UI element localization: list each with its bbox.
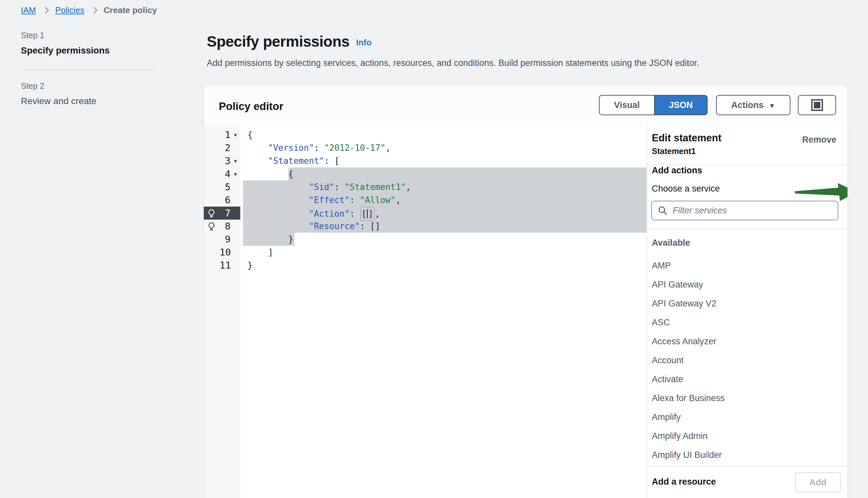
- chevron-right-icon: [91, 7, 97, 14]
- remove-statement-button[interactable]: Remove: [802, 135, 836, 145]
- add-resource-label: Add a resource: [652, 472, 716, 492]
- edit-statement-panel: Edit statement Remove Statement1 Add act…: [647, 126, 847, 498]
- step2-title[interactable]: Review and create: [21, 96, 153, 106]
- code-line[interactable]: 2 "Version": "2012-10-17",: [204, 141, 647, 154]
- add-resource-button[interactable]: Add: [795, 472, 841, 493]
- selection-highlight: [243, 233, 295, 246]
- divider: [647, 165, 847, 165]
- expand-editor-button[interactable]: [798, 95, 836, 115]
- statement-name: Statement1: [652, 146, 696, 156]
- code-line[interactable]: 4▼ {: [204, 167, 647, 181]
- service-filter-box: [651, 201, 838, 220]
- service-item[interactable]: API Gateway V2: [652, 294, 841, 313]
- line-number: 9: [220, 234, 231, 245]
- breadcrumb-link-policies[interactable]: Policies: [55, 5, 84, 15]
- service-list: AMP API Gateway API Gateway V2 ASC Acces…: [652, 256, 841, 464]
- choose-service-label: Choose a service: [652, 184, 720, 194]
- selection-highlight: [243, 194, 647, 207]
- add-actions-heading: Add actions: [652, 166, 702, 175]
- selection-highlight: [243, 181, 647, 194]
- selection-highlight: [288, 167, 647, 181]
- policy-editor-title: Policy editor: [219, 100, 283, 113]
- divider: [647, 466, 847, 466]
- step1-label: Step 1: [21, 31, 153, 40]
- code-line[interactable]: 5 "Sid": "Statement1",: [204, 181, 647, 194]
- text-cursor: [367, 209, 368, 218]
- json-policy-editor[interactable]: 1▼ { 2 "Version": "2012-10-17", 3▼ "Stat…: [204, 126, 647, 498]
- code-line[interactable]: 6 "Effect": "Allow",: [204, 194, 647, 207]
- available-services-heading: Available: [652, 238, 690, 248]
- info-link[interactable]: Info: [356, 38, 372, 50]
- fold-arrow-icon[interactable]: ▼: [231, 158, 240, 164]
- lightbulb-icon[interactable]: [207, 222, 216, 231]
- service-item[interactable]: Alexa for Business: [652, 389, 841, 408]
- service-item[interactable]: Access Analyzer: [652, 332, 841, 351]
- edit-statement-title: Edit statement: [652, 132, 722, 144]
- code-line[interactable]: 11 }: [204, 259, 647, 272]
- line-number: 2: [220, 142, 231, 153]
- actions-dropdown-button[interactable]: Actions ▼: [716, 95, 790, 115]
- fold-arrow-icon[interactable]: ▼: [231, 132, 240, 138]
- bracket-match-box: []: [360, 207, 375, 221]
- line-number: 11: [219, 260, 231, 271]
- service-item[interactable]: Amplify UI Builder: [652, 445, 841, 464]
- code-line[interactable]: 10 ]: [204, 246, 647, 259]
- json-tab-button[interactable]: JSON: [654, 95, 708, 115]
- breadcrumb: IAM Policies Create policy: [21, 5, 157, 15]
- chevron-right-icon: [42, 7, 49, 14]
- step1-title[interactable]: Specify permissions: [21, 45, 153, 56]
- caret-down-icon: ▼: [769, 102, 775, 110]
- wizard-steps-nav: Step 1 Specify permissions Step 2 Review…: [21, 31, 153, 106]
- service-item[interactable]: AMP: [652, 256, 841, 275]
- code-line[interactable]: 9 }: [204, 233, 647, 246]
- actions-label: Actions: [731, 100, 764, 110]
- page-description: Add permissions by selecting services, a…: [207, 58, 699, 68]
- policy-editor-card: Policy editor Visual JSON Actions ▼ 1▼: [203, 84, 848, 498]
- page-title: Specify permissions: [207, 32, 350, 50]
- service-item[interactable]: Account: [652, 351, 841, 370]
- selection-highlight: [243, 220, 647, 233]
- service-item[interactable]: Amplify Admin: [652, 427, 841, 445]
- code-line[interactable]: 1▼ {: [204, 128, 647, 141]
- steps-divider: [21, 69, 153, 70]
- service-item[interactable]: Amplify: [652, 408, 841, 427]
- visual-json-toggle: Visual JSON: [599, 95, 708, 115]
- line-number: 7: [220, 208, 231, 219]
- line-number: 10: [219, 247, 231, 258]
- service-filter-input[interactable]: [672, 205, 832, 216]
- code-line[interactable]: 8 "Resource": []: [204, 220, 647, 233]
- fold-arrow-icon[interactable]: ▼: [231, 171, 240, 177]
- divider: [647, 229, 847, 230]
- line-number: 1: [220, 129, 231, 140]
- line-number: 4: [220, 168, 231, 180]
- breadcrumb-link-iam[interactable]: IAM: [21, 5, 36, 15]
- code-line[interactable]: 3▼ "Statement": [: [204, 154, 647, 167]
- selection-highlight: [243, 207, 647, 220]
- service-item[interactable]: ASC: [652, 313, 841, 332]
- maximize-icon: [811, 99, 823, 111]
- lightbulb-icon[interactable]: [207, 209, 216, 218]
- policy-editor-header: Policy editor Visual JSON Actions ▼: [204, 85, 847, 127]
- step2-label: Step 2: [21, 81, 153, 91]
- service-item[interactable]: API Gateway: [652, 275, 841, 294]
- line-number: 8: [220, 221, 231, 232]
- service-item[interactable]: Activate: [652, 370, 841, 389]
- create-policy-page: IAM Policies Create policy Step 1 Specif…: [0, 0, 868, 498]
- search-icon: [658, 206, 667, 215]
- line-number: 5: [220, 181, 231, 193]
- visual-tab-button[interactable]: Visual: [599, 95, 654, 115]
- breadcrumb-current: Create policy: [104, 5, 157, 15]
- line-number: 3: [220, 155, 231, 167]
- code-line-active[interactable]: 7 "Action": [],: [204, 207, 647, 220]
- line-number: 6: [220, 195, 231, 206]
